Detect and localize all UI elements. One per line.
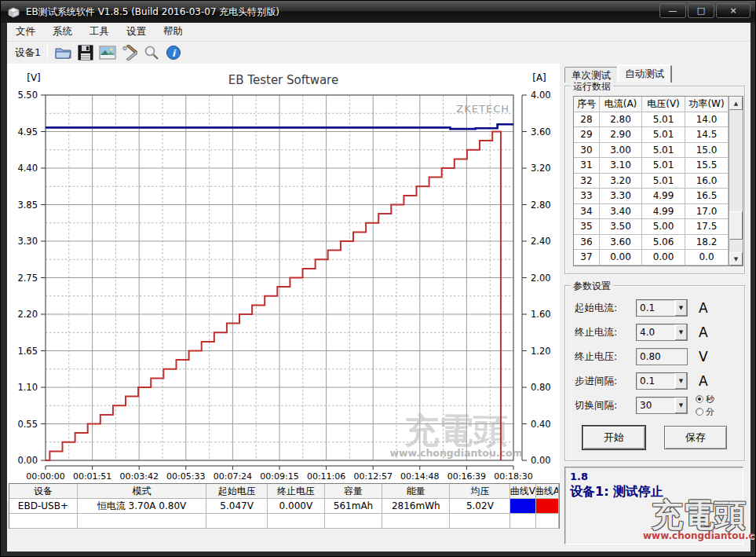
menu-item-系统[interactable]: 系统	[44, 23, 81, 41]
start-button[interactable]: 开始	[583, 426, 645, 449]
run-data-cell[interactable]: 0.00	[600, 250, 642, 266]
save-icon[interactable]	[76, 43, 95, 62]
run-data-cell[interactable]: 35	[574, 219, 600, 235]
summary-empty-cell	[9, 514, 78, 529]
run-data-cell[interactable]: 5.01	[642, 112, 685, 128]
param-row: 起始电流:0.1▼A	[575, 299, 708, 317]
param-unit: A	[699, 300, 708, 316]
run-data-cell[interactable]: 3.30	[600, 189, 642, 204]
device-tab[interactable]: 设备1	[7, 43, 47, 63]
menu-item-文件[interactable]: 文件	[7, 23, 44, 41]
run-data-scrollbar[interactable]: ▲ ▼	[729, 97, 743, 266]
tab-自动测试[interactable]: 自动测试	[618, 65, 671, 82]
run-data-cell[interactable]: 5.01	[642, 174, 685, 189]
zoom-icon[interactable]	[142, 43, 161, 62]
run-data-cell[interactable]: 30	[574, 143, 600, 159]
run-data-cell[interactable]: 5.01	[642, 158, 685, 174]
run-data-cell[interactable]: 34	[574, 204, 600, 220]
run-data-cell[interactable]: 14.5	[685, 127, 729, 143]
run-data-cell[interactable]: 28	[574, 112, 600, 128]
run-data-cell[interactable]: 3.20	[600, 174, 642, 189]
run-data-cell[interactable]: 5.06	[642, 235, 685, 251]
param-value: 0.1	[637, 300, 674, 316]
summary-header: 能量	[382, 484, 450, 499]
run-data-cell[interactable]: 3.50	[600, 219, 642, 235]
run-data-cell[interactable]: 15.5	[685, 158, 729, 174]
minimize-button[interactable]: —	[659, 3, 686, 18]
run-data-cell[interactable]: 5.01	[642, 143, 685, 159]
run-data-cell[interactable]: 3.00	[600, 143, 642, 159]
run-data-header: 功率(W)	[685, 97, 729, 112]
status-version: 1.8	[570, 471, 738, 482]
svg-text:00:09:15: 00:09:15	[260, 471, 298, 482]
run-data-table: 序号电流(A)电压(V)功率(W)282.805.0114.0292.905.0…	[573, 96, 743, 266]
title-bar[interactable]: EB测试系统软件 V1.8.5 (Build 2016-03-07 充电头特别版…	[1, 1, 756, 23]
image-icon[interactable]	[98, 43, 117, 62]
params-group-label: 参数设置	[571, 280, 613, 293]
param-unit: A	[699, 324, 708, 340]
svg-text:4.95: 4.95	[17, 126, 38, 137]
run-data-cell[interactable]: 5.01	[642, 127, 685, 143]
tools-icon[interactable]	[120, 43, 139, 62]
run-data-cell[interactable]: 29	[574, 127, 600, 143]
run-data-cell[interactable]: 0.00	[642, 250, 685, 266]
menu-item-设置[interactable]: 设置	[118, 23, 155, 41]
run-data-header: 序号	[574, 97, 600, 112]
svg-text:4.00: 4.00	[531, 90, 551, 101]
param-combo[interactable]: 0.1▼	[636, 372, 688, 390]
run-data-cell[interactable]: 4.99	[642, 204, 685, 220]
svg-text:4.40: 4.40	[17, 163, 38, 174]
menu-item-工具[interactable]: 工具	[81, 23, 118, 41]
run-data-cell[interactable]: 3.10	[600, 158, 642, 174]
run-data-cell[interactable]: 36	[574, 235, 600, 251]
run-data-cell[interactable]: 32	[574, 174, 600, 189]
scrollbar-thumb[interactable]	[729, 211, 743, 240]
run-data-cell[interactable]: 16.5	[685, 189, 729, 204]
summary-empty-cell	[268, 514, 325, 529]
run-data-cell[interactable]: 3.60	[600, 235, 642, 251]
run-data-cell[interactable]: 17.0	[685, 204, 729, 220]
menu-item-帮助[interactable]: 帮助	[155, 23, 192, 41]
summary-header: 设备	[9, 484, 78, 499]
close-button[interactable]: ×	[716, 3, 751, 18]
chevron-down-icon[interactable]: ▼	[674, 398, 687, 413]
run-data-cell[interactable]: 15.0	[685, 143, 729, 159]
param-combo[interactable]: 30▼	[636, 397, 688, 414]
svg-text:00:00:00: 00:00:00	[26, 471, 64, 482]
chevron-down-icon[interactable]: ▼	[674, 373, 687, 389]
info-icon[interactable]: i	[164, 43, 183, 62]
param-input[interactable]: 0.80	[636, 348, 688, 365]
save-button[interactable]: 保存	[664, 426, 727, 449]
run-data-cell[interactable]: 37	[574, 250, 600, 266]
run-data-cell[interactable]: 18.2	[685, 235, 729, 251]
summary-empty-cell	[536, 514, 559, 529]
summary-empty-cell	[206, 514, 268, 529]
run-data-cell[interactable]: 17.5	[685, 219, 729, 235]
run-data-cell[interactable]: 2.80	[600, 112, 642, 128]
maximize-button[interactable]: □	[688, 3, 714, 18]
param-value: 4.0	[637, 324, 674, 340]
param-combo[interactable]: 4.0▼	[636, 324, 688, 341]
radio-秒[interactable]: 秒	[696, 394, 714, 405]
svg-text:00:16:39: 00:16:39	[447, 471, 486, 482]
radio-dot-icon[interactable]	[696, 395, 703, 403]
param-combo[interactable]: 0.1▼	[636, 299, 688, 317]
run-data-cell[interactable]: 31	[574, 158, 600, 174]
summary-empty-cell	[510, 514, 535, 529]
folder-open-icon[interactable]	[54, 43, 73, 62]
run-data-cell[interactable]: 0.0	[685, 250, 729, 266]
scroll-up-icon[interactable]: ▲	[729, 97, 743, 110]
chevron-down-icon[interactable]: ▼	[674, 300, 687, 316]
chevron-down-icon[interactable]: ▼	[674, 324, 687, 340]
scroll-down-icon[interactable]: ▼	[729, 252, 743, 266]
run-data-cell[interactable]: 3.40	[600, 204, 642, 220]
summary-cell: EBD-USB+	[9, 499, 78, 514]
run-data-cell[interactable]: 2.90	[600, 127, 642, 143]
run-data-cell[interactable]: 16.0	[685, 174, 729, 189]
run-data-cell[interactable]: 4.99	[642, 189, 685, 204]
run-data-cell[interactable]: 5.00	[642, 219, 685, 235]
radio-dot-icon[interactable]	[696, 408, 703, 416]
radio-分[interactable]: 分	[696, 406, 714, 418]
run-data-cell[interactable]: 33	[574, 189, 600, 204]
run-data-cell[interactable]: 14.0	[685, 112, 729, 128]
